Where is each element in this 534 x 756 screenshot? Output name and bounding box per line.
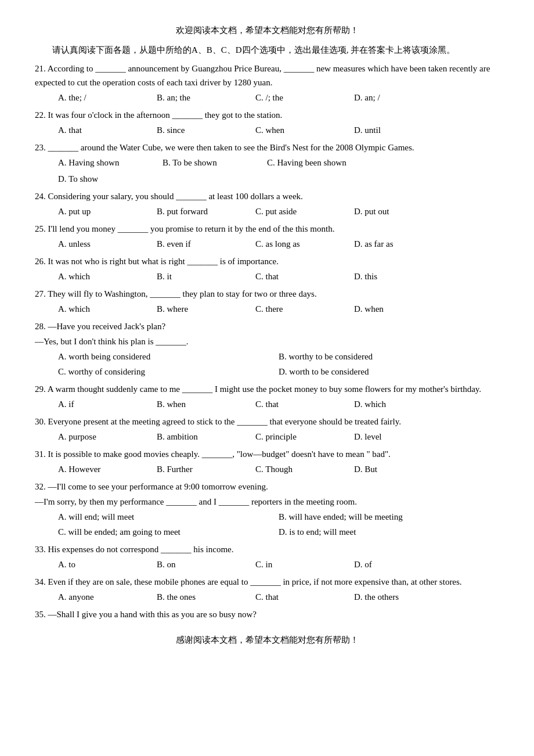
option-30-2: C. principle <box>255 430 348 444</box>
footer-text: 感谢阅读本文档，希望本文档能对您有所帮助！ <box>176 635 359 645</box>
option-28-2: C. worthy of considering <box>58 365 279 379</box>
footer-banner: 感谢阅读本文档，希望本文档能对您有所帮助！ <box>35 633 499 647</box>
option-32-3: D. is to end; will meet <box>279 525 499 539</box>
option-22-0: A. that <box>58 123 151 137</box>
option-33-0: A. to <box>58 557 151 571</box>
option-21-1: B. an; the <box>157 91 250 105</box>
options-29: A. ifB. whenC. thatD. which <box>58 397 499 411</box>
option-27-0: A. which <box>58 302 151 316</box>
option-21-2: C. /; the <box>255 91 348 105</box>
option-30-0: A. purpose <box>58 430 151 444</box>
question-29: 29. A warm thought suddenly came to me _… <box>35 382 499 411</box>
option-32-0: A. will end; will meet <box>58 510 279 524</box>
options-24: A. put upB. put forwardC. put asideD. pu… <box>58 204 499 218</box>
question-31: 31. It is possible to make good movies c… <box>35 447 499 476</box>
options-23: A. Having shownB. To be shownC. Having b… <box>35 156 499 186</box>
option-21-3: D. an; / <box>354 91 447 105</box>
option-26-1: B. it <box>157 269 250 283</box>
question-22: 22. It was four o'clock in the afternoon… <box>35 108 499 137</box>
question-34: 34. Even if they are on sale, these mobi… <box>35 575 499 604</box>
question-text-25: 25. I'll lend you money _______ you prom… <box>35 222 499 236</box>
options-26: A. whichB. itC. thatD. this <box>58 269 499 283</box>
option-26-0: A. which <box>58 269 151 283</box>
option-34-2: C. that <box>255 590 348 604</box>
questions-container: 21. According to _______ announcement by… <box>35 62 499 621</box>
option-29-1: B. when <box>157 397 250 411</box>
option-25-0: A. unless <box>58 237 151 251</box>
option-33-2: C. in <box>255 557 348 571</box>
options-30: A. purposeB. ambitionC. principleD. leve… <box>58 430 499 444</box>
question-text-28-line2: —Yes, but I don't think his plan is ____… <box>35 334 499 348</box>
option-34-0: A. anyone <box>58 590 151 604</box>
option-32-1: B. will have ended; will be meeting <box>279 510 499 524</box>
option-24-3: D. put out <box>354 204 447 218</box>
option-23-3: D. To show <box>58 174 98 183</box>
question-27: 27. They will fly to Washington, _______… <box>35 287 499 316</box>
option-21-0: A. the; / <box>58 91 151 105</box>
question-23: 23. _______ around the Water Cube, we we… <box>35 141 499 186</box>
option-33-3: D. of <box>354 557 447 571</box>
header-text: 欢迎阅读本文档，希望本文档能对您有所帮助！ <box>176 26 359 35</box>
options-34: A. anyoneB. the onesC. thatD. the others <box>58 590 499 604</box>
option-33-1: B. on <box>157 557 250 571</box>
question-text-27: 27. They will fly to Washington, _______… <box>35 287 499 301</box>
question-text-34: 34. Even if they are on sale, these mobi… <box>35 575 499 589</box>
option-22-1: B. since <box>157 123 250 137</box>
options-33: A. toB. onC. inD. of <box>58 557 499 571</box>
options-28: A. worth being consideredB. worthy to be… <box>58 350 499 379</box>
header-banner: 欢迎阅读本文档，希望本文档能对您有所帮助！ <box>35 23 499 37</box>
option-25-3: D. as far as <box>354 237 447 251</box>
question-35: 35. —Shall I give you a hand with this a… <box>35 607 499 621</box>
question-text-23: 23. _______ around the Water Cube, we we… <box>35 141 499 154</box>
question-text-28-line1: 28. —Have you received Jack's plan? <box>35 319 499 333</box>
option-34-3: D. the others <box>354 590 447 604</box>
option-25-1: B. even if <box>157 237 250 251</box>
option-29-2: C. that <box>255 397 348 411</box>
intro-text: 请认真阅读下面各题，从题中所给的A、B、C、D四个选项中，选出最佳选项, 并在答… <box>35 43 499 57</box>
option-31-3: D. But <box>354 462 447 476</box>
question-text-35: 35. —Shall I give you a hand with this a… <box>35 607 499 621</box>
question-text-22: 22. It was four o'clock in the afternoon… <box>35 108 499 122</box>
question-32: 32. —I'll come to see your performance a… <box>35 480 499 539</box>
question-28: 28. —Have you received Jack's plan?—Yes,… <box>35 319 499 379</box>
option-26-3: D. this <box>354 269 447 283</box>
question-25: 25. I'll lend you money _______ you prom… <box>35 222 499 251</box>
option-29-0: A. if <box>58 397 151 411</box>
option-29-3: D. which <box>354 397 447 411</box>
options-25: A. unlessB. even ifC. as long asD. as fa… <box>58 237 499 251</box>
question-text-30: 30. Everyone present at the meeting agre… <box>35 415 499 429</box>
question-text-26: 26. It was not who is right but what is … <box>35 254 499 268</box>
option-24-2: C. put aside <box>255 204 348 218</box>
question-33: 33. His expenses do not correspond _____… <box>35 542 499 571</box>
question-text-32-line2: —I'm sorry, by then my performance _____… <box>35 495 499 509</box>
option-32-2: C. will be ended; am going to meet <box>58 525 279 539</box>
option-28-0: A. worth being considered <box>58 350 279 363</box>
option-26-2: C. that <box>255 269 348 283</box>
option-23-0: A. Having shown <box>58 156 157 170</box>
option-30-3: D. level <box>354 430 447 444</box>
option-28-1: B. worthy to be considered <box>279 350 499 363</box>
option-25-2: C. as long as <box>255 237 348 251</box>
question-text-32-line1: 32. —I'll come to see your performance a… <box>35 480 499 494</box>
option-31-2: C. Though <box>255 462 348 476</box>
question-text-33: 33. His expenses do not correspond _____… <box>35 542 499 556</box>
options-31: A. HoweverB. FurtherC. ThoughD. But <box>58 462 499 476</box>
question-30: 30. Everyone present at the meeting agre… <box>35 415 499 444</box>
option-31-1: B. Further <box>157 462 250 476</box>
option-23-1: B. To be shown <box>163 156 261 170</box>
option-27-2: C. there <box>255 302 348 316</box>
option-24-1: B. put forward <box>157 204 250 218</box>
option-22-3: D. until <box>354 123 447 137</box>
question-text-24: 24. Considering your salary, you should … <box>35 189 499 203</box>
option-24-0: A. put up <box>58 204 151 218</box>
question-text-31: 31. It is possible to make good movies c… <box>35 447 499 461</box>
intro-content: 请认真阅读下面各题，从题中所给的A、B、C、D四个选项中，选出最佳选项, 并在答… <box>52 45 455 55</box>
options-22: A. thatB. sinceC. whenD. until <box>58 123 499 137</box>
option-30-1: B. ambition <box>157 430 250 444</box>
option-27-1: B. where <box>157 302 250 316</box>
question-text-29: 29. A warm thought suddenly came to me _… <box>35 382 499 396</box>
question-text-21: 21. According to _______ announcement by… <box>35 62 499 89</box>
question-26: 26. It was not who is right but what is … <box>35 254 499 283</box>
options-32: A. will end; will meetB. will have ended… <box>58 510 499 539</box>
options-27: A. whichB. whereC. thereD. when <box>58 302 499 316</box>
